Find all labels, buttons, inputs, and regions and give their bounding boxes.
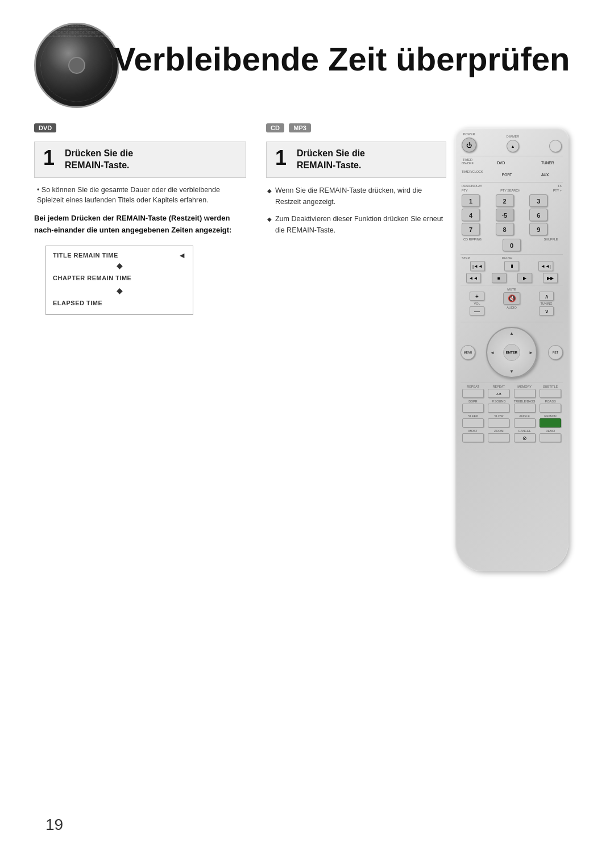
memory-btn[interactable] bbox=[514, 389, 536, 398]
menu-btn[interactable]: MENU bbox=[460, 345, 475, 360]
most-btn[interactable] bbox=[462, 433, 484, 442]
btn-5[interactable]: ·5 bbox=[496, 209, 514, 221]
stop-btn[interactable]: ■ bbox=[492, 273, 507, 283]
header-area: 0101010101010101010101010101010101010101… bbox=[0, 17, 614, 108]
subtitle-btn[interactable] bbox=[540, 389, 561, 398]
remain-btn[interactable] bbox=[540, 418, 561, 427]
treblebass-item: TREBLE/BASS bbox=[512, 400, 537, 413]
row-sleep: SLEEP SLOW ANGLE REMAIN bbox=[460, 414, 563, 427]
dspr-btn[interactable] bbox=[462, 404, 484, 413]
pause-btn[interactable]: ⏸ bbox=[504, 261, 519, 271]
remain-lbl: REMAIN bbox=[544, 414, 556, 418]
btn-2[interactable]: 2 bbox=[496, 194, 514, 207]
memory-lbl: MEMORY bbox=[517, 385, 532, 388]
aux-btn[interactable]: AUX bbox=[541, 170, 562, 180]
psound-btn[interactable] bbox=[488, 404, 509, 413]
dvd-badge: DVD bbox=[34, 123, 56, 132]
vol-minus[interactable]: — bbox=[470, 306, 484, 315]
angle-item: ANGLE bbox=[512, 414, 537, 427]
nav-circle[interactable]: ▲ ▼ ◄ ► ENTER bbox=[486, 327, 537, 378]
slow-btn[interactable] bbox=[488, 418, 509, 427]
sleep-item: SLEEP bbox=[460, 414, 486, 427]
dvd-btn[interactable]: DVD bbox=[497, 158, 517, 168]
cd-step-text: Drücken Sie die REMAIN-Taste. bbox=[297, 148, 365, 172]
play-btn[interactable]: ▶ bbox=[517, 273, 532, 283]
zoom-item: ZOOM bbox=[486, 429, 511, 442]
dimmer-label: DIMMER bbox=[507, 135, 519, 138]
cd-bullet-1: Wenn Sie die REMAIN-Taste drücken, wird … bbox=[266, 185, 446, 207]
treblebass-btn[interactable] bbox=[514, 404, 536, 413]
fforward-btn[interactable]: ▶▶ bbox=[543, 273, 558, 283]
enter-btn[interactable]: ENTER bbox=[503, 344, 520, 361]
time-display-box: TITLE REMAIN TIME ◄ ◆ CHAPTER REMAIN TIM… bbox=[45, 246, 193, 315]
btn-6[interactable]: 6 bbox=[529, 209, 547, 221]
btn-0[interactable]: 0 bbox=[503, 239, 521, 251]
psound-lbl: P.SOUND bbox=[492, 400, 505, 403]
tuning-down[interactable]: ∨ bbox=[539, 306, 554, 315]
tuning-up[interactable]: ∧ bbox=[539, 292, 554, 301]
shuffle-label: SHUFFLE bbox=[544, 238, 558, 241]
nav-down[interactable]: ▼ bbox=[509, 369, 514, 374]
treblebass-lbl: TREBLE/BASS bbox=[514, 400, 536, 403]
divider-4 bbox=[460, 285, 563, 285]
port-btn[interactable]: PORT bbox=[502, 170, 522, 180]
pbass-btn[interactable] bbox=[540, 404, 561, 413]
divider-6 bbox=[460, 383, 563, 383]
power-label: POWER bbox=[463, 132, 475, 136]
vol-mute-tuning-row: + VOL — MUTE 🔇 AUDIO ∧ TUNING ∨ bbox=[460, 288, 563, 319]
return-btn[interactable]: RET bbox=[548, 345, 563, 360]
repeat2-lbl: REPEAT bbox=[493, 385, 505, 388]
pause-label: PAUSE bbox=[502, 256, 512, 260]
dvd-step-text: Drücken Sie die REMAIN-Taste. bbox=[65, 148, 133, 172]
row-repeat: REPEAT REPEAT A-B MEMORY SUBTITLE bbox=[460, 385, 563, 398]
prev-btn[interactable]: |◄◄ bbox=[470, 261, 485, 271]
cd-ripping-btn[interactable] bbox=[462, 242, 483, 252]
cancel-btn[interactable]: ⊘ bbox=[514, 433, 536, 442]
repeat-btn[interactable] bbox=[462, 389, 484, 398]
zoom-btn[interactable] bbox=[488, 433, 509, 442]
cd-badge: CD bbox=[266, 123, 284, 132]
mute-label: MUTE bbox=[507, 288, 516, 291]
audio-btn[interactable] bbox=[503, 310, 521, 319]
dimmer-button[interactable]: ▲ bbox=[507, 140, 519, 152]
vol-section: + VOL — bbox=[470, 292, 484, 315]
next-btn[interactable]: ◄◄| bbox=[538, 261, 553, 271]
divider-1 bbox=[460, 156, 563, 156]
shuffle-btn[interactable] bbox=[540, 242, 562, 252]
row-most: MOST ZOOM CANCEL ⊘ DEMO bbox=[460, 429, 563, 442]
repeat2-btn[interactable]: A-B bbox=[488, 389, 509, 398]
tuner-btn[interactable]: TUNER bbox=[541, 158, 562, 168]
demo-btn[interactable] bbox=[540, 433, 561, 442]
cd-ripping-label: CD RIPPING bbox=[463, 238, 482, 241]
btn-8[interactable]: 8 bbox=[496, 223, 514, 235]
angle-btn[interactable] bbox=[514, 418, 536, 427]
remote-panel: POWER ⏻ DIMMER ▲ TIMERON/OFF DVD TUNER bbox=[455, 122, 580, 811]
btn-9[interactable]: 9 bbox=[529, 223, 547, 235]
cd-step-box: 1 Drücken Sie die REMAIN-Taste. bbox=[266, 142, 446, 178]
page-title: Verbleibende Zeit überprüfen bbox=[114, 40, 570, 78]
nav-right[interactable]: ► bbox=[529, 350, 533, 355]
page-number: 19 bbox=[45, 816, 63, 834]
btn-7[interactable]: 7 bbox=[462, 223, 480, 235]
angle-lbl: ANGLE bbox=[519, 414, 530, 418]
nav-up[interactable]: ▲ bbox=[509, 331, 514, 336]
btn-1[interactable]: 1 bbox=[462, 194, 480, 207]
rewind-btn[interactable]: ◄◄ bbox=[466, 273, 481, 283]
timer-label: TIMERON/OFF bbox=[462, 158, 474, 168]
extra-button[interactable] bbox=[549, 140, 562, 152]
nav-left[interactable]: ◄ bbox=[490, 350, 495, 355]
tuning-section: ∧ TUNING ∨ bbox=[539, 292, 554, 315]
power-button[interactable]: ⏻ bbox=[462, 138, 476, 152]
diamond-1: ◆ bbox=[53, 260, 186, 271]
title-remain-label: TITLE REMAIN TIME bbox=[53, 252, 172, 259]
sleep-lbl: SLEEP bbox=[468, 414, 478, 418]
mute-btn[interactable]: 🔇 bbox=[503, 292, 520, 305]
btn-3[interactable]: 3 bbox=[529, 194, 547, 207]
btn-4[interactable]: 4 bbox=[462, 209, 480, 221]
vol-plus[interactable]: + bbox=[470, 292, 484, 301]
cancel-item: CANCEL ⊘ bbox=[512, 429, 537, 442]
arrow-indicator: ◄ bbox=[178, 251, 186, 260]
sleep-btn[interactable] bbox=[462, 418, 484, 427]
demo-lbl: DEMO bbox=[546, 429, 555, 433]
cd-bullet-2: Zum Deaktivieren dieser Funktion drücken… bbox=[266, 213, 446, 236]
